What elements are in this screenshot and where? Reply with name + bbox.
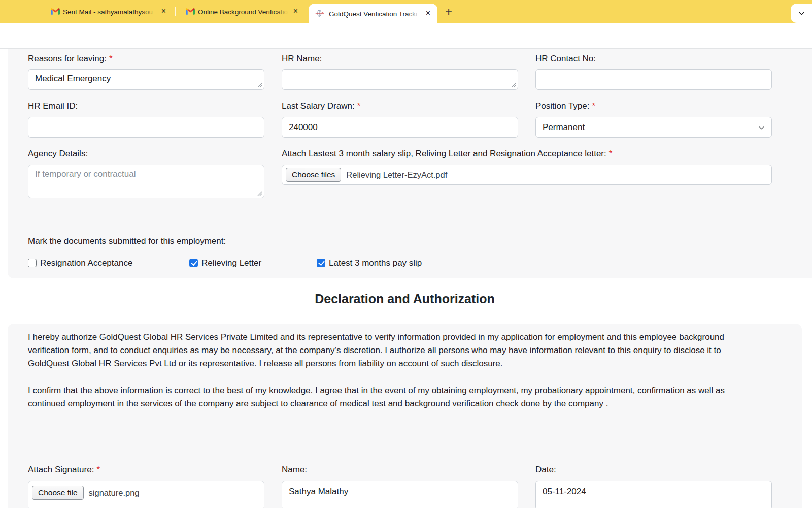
tab-title: Sent Mail - sathyamalathysou xyxy=(63,7,156,16)
chevron-down-icon xyxy=(758,124,765,131)
close-tab-icon[interactable]: × xyxy=(423,9,433,18)
position-type-select[interactable]: Permanent xyxy=(535,117,772,138)
new-tab-button[interactable]: + xyxy=(441,4,456,19)
agency-details-label: Agency Details: xyxy=(28,149,88,159)
resize-handle-icon[interactable] xyxy=(511,83,516,88)
hr-name-field xyxy=(282,69,518,90)
gmail-icon xyxy=(186,7,195,16)
attach-documents-file-input[interactable]: Choose files Relieving Letter-EzyAct.pdf xyxy=(282,165,772,185)
checkbox-relieving-letter[interactable] xyxy=(189,259,198,267)
reasons-for-leaving-field: Medical Emergency xyxy=(28,69,264,90)
resize-handle-icon[interactable] xyxy=(257,83,262,88)
declaration-paragraph-2: I confirm that the above information is … xyxy=(28,384,763,410)
chevron-down-icon xyxy=(797,9,806,18)
choose-file-button[interactable]: Choose file xyxy=(32,486,84,500)
hr-email-id-input[interactable] xyxy=(28,117,264,138)
attach-signature-file-input[interactable]: Choose file signature.png xyxy=(28,481,264,508)
tab-strip: Sent Mail - sathyamalathysou × Online Ba… xyxy=(0,0,812,23)
last-salary-drawn-label: Last Salary Drawn:* xyxy=(282,101,360,111)
declaration-paragraph-1: I hereby authorize GoldQuest Global HR S… xyxy=(28,331,763,370)
choose-files-button[interactable]: Choose files xyxy=(286,168,341,182)
hr-email-id-label: HR Email ID: xyxy=(28,101,78,111)
browser-toolbar: goldquestglobal.com/candidate-portal.php… xyxy=(0,23,812,49)
signature-filename: signature.png xyxy=(89,488,140,498)
hr-contact-no-label: HR Contact No: xyxy=(535,54,596,64)
checkbox-latest-3-months-pay-slip[interactable] xyxy=(317,259,325,267)
checkbox-label-relieving-letter: Relieving Letter xyxy=(201,258,261,268)
hr-name-label: HR Name: xyxy=(282,54,322,64)
tab-search-button[interactable] xyxy=(791,4,812,23)
last-salary-drawn-input[interactable] xyxy=(282,117,518,138)
position-type-label: Position Type:* xyxy=(535,101,595,111)
goldquest-favicon xyxy=(315,9,324,18)
close-tab-icon[interactable]: × xyxy=(291,7,300,16)
name-label: Name: xyxy=(282,465,307,475)
agency-details-textarea[interactable] xyxy=(28,165,264,198)
date-input[interactable] xyxy=(535,481,772,508)
tab-goldquest-verification-tracking[interactable]: GoldQuest Verification Tracki × xyxy=(309,4,437,23)
hr-name-textarea[interactable] xyxy=(282,69,518,90)
documents-submitted-label: Mark the documents submitted for this em… xyxy=(28,236,226,246)
resize-handle-icon[interactable] xyxy=(257,191,262,196)
checkbox-label-latest-3-months-pay-slip: Latest 3 months pay slip xyxy=(329,258,422,268)
date-label: Date: xyxy=(535,465,556,475)
gmail-icon xyxy=(51,7,60,16)
name-input[interactable] xyxy=(282,481,518,508)
reasons-for-leaving-label: Reasons for leaving:* xyxy=(28,54,113,64)
agency-details-field xyxy=(28,165,264,198)
attach-documents-label: Attach Lastest 3 month salary slip, Reli… xyxy=(282,149,612,159)
close-tab-icon[interactable]: × xyxy=(159,7,168,16)
position-type-selected-value: Permanent xyxy=(543,122,585,133)
attached-filename: Relieving Letter-EzyAct.pdf xyxy=(346,170,447,180)
tab-title: Online Background Verificatio xyxy=(198,7,288,16)
reasons-for-leaving-textarea[interactable]: Medical Emergency xyxy=(28,69,264,90)
checkbox-resignation-acceptance[interactable] xyxy=(28,259,37,267)
checkbox-label-resignation-acceptance: Resignation Acceptance xyxy=(40,258,132,268)
attach-signature-label: Attach Signature:* xyxy=(28,465,100,475)
hr-contact-no-input[interactable] xyxy=(535,69,772,90)
tab-title: GoldQuest Verification Tracki xyxy=(329,9,420,18)
declaration-title: Declaration and Authorization xyxy=(0,292,809,306)
tab-divider xyxy=(175,7,176,16)
